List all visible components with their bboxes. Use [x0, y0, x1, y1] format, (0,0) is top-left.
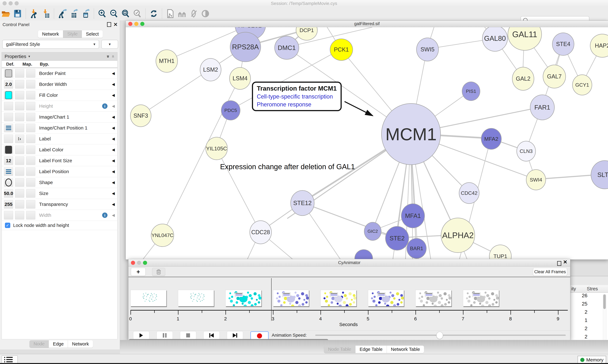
expand-arrow-icon[interactable]: ◀: [112, 169, 115, 174]
delete-frame-button[interactable]: [152, 268, 165, 276]
network-node-mth1[interactable]: MTH1: [156, 50, 178, 73]
open-session-icon[interactable]: [1, 9, 11, 18]
bypass-cell[interactable]: [26, 113, 35, 121]
network-node-gal80[interactable]: GAL80: [482, 27, 508, 52]
group-icon[interactable]: [177, 9, 187, 18]
network-node-pis1[interactable]: PIS1: [462, 82, 480, 101]
property-row-border-width[interactable]: 2.0Border Width◀: [2, 79, 117, 90]
column-stress[interactable]: Stres: [587, 286, 598, 291]
mapping-cell[interactable]: [15, 113, 24, 121]
default-value-cell[interactable]: 12: [4, 156, 13, 165]
default-value-cell[interactable]: 50.0: [4, 189, 13, 198]
export-table-icon[interactable]: [69, 9, 79, 18]
expand-arrow-icon[interactable]: ◀: [112, 115, 115, 119]
default-value-cell[interactable]: [4, 178, 13, 187]
expand-arrow-icon[interactable]: ◀: [112, 126, 115, 130]
network-node-dcp1[interactable]: DCP1: [296, 27, 318, 40]
mapping-cell[interactable]: [15, 80, 24, 89]
bypass-cell[interactable]: [26, 135, 35, 143]
tab-node-table[interactable]: Node Table: [324, 346, 356, 353]
bypass-cell[interactable]: [26, 189, 35, 198]
mapping-cell[interactable]: [15, 102, 24, 110]
cyanimator-titlebar[interactable]: CyAnimator ✕: [128, 259, 570, 267]
network-node-swi5[interactable]: SWI5: [416, 38, 439, 61]
annotation-box[interactable]: Transcription factor MCM1 Cell-type-spec…: [252, 82, 342, 111]
tab-network-bottom[interactable]: Network: [68, 340, 93, 348]
network-node-ste4[interactable]: STE4: [552, 33, 574, 56]
network-node-mcm1[interactable]: MCM1: [381, 103, 441, 165]
info-icon[interactable]: i: [102, 104, 108, 109]
property-row-fill-color[interactable]: Fill Color◀: [2, 90, 117, 101]
network-node-hap2[interactable]: HAP2: [590, 34, 608, 58]
property-row-label[interactable]: ⁞›Label◀: [2, 133, 117, 144]
frame-thumbnail-1[interactable]: [178, 290, 214, 306]
pause-button[interactable]: [157, 331, 173, 339]
property-row-label-position[interactable]: Label Position◀: [2, 166, 117, 177]
default-value-cell[interactable]: 2.0: [4, 80, 13, 89]
property-row-size[interactable]: 50.0Size◀: [2, 188, 117, 199]
tab-edge-table[interactable]: Edge Table: [356, 346, 387, 353]
frame-thumbnail-4[interactable]: [320, 290, 356, 306]
properties-header[interactable]: Properties ▼ »«: [2, 52, 117, 61]
float-panel-icon[interactable]: [557, 261, 561, 266]
expand-arrow-icon[interactable]: ◀: [112, 180, 115, 185]
save-session-icon[interactable]: [13, 9, 23, 18]
network-node-ste2[interactable]: STE2: [385, 226, 409, 250]
export-network-icon[interactable]: [57, 9, 67, 18]
default-value-cell[interactable]: [4, 211, 13, 220]
bypass-cell[interactable]: [26, 167, 35, 176]
frame-thumbnail-3[interactable]: [273, 290, 309, 306]
frame-thumbnail-7[interactable]: [463, 290, 499, 306]
network-node-yil105c[interactable]: YIL105C: [206, 137, 228, 160]
timeline-playhead[interactable]: [271, 278, 272, 321]
network-node-far1[interactable]: FAR1: [530, 95, 555, 120]
stop-button[interactable]: [180, 331, 196, 339]
close-panel-icon[interactable]: ✕: [113, 23, 118, 26]
lens-icon[interactable]: [200, 9, 210, 18]
mapping-cell[interactable]: [15, 156, 24, 165]
property-row-label-color[interactable]: Label Color◀: [2, 144, 117, 155]
network-node-pck1[interactable]: PCK1: [330, 39, 353, 61]
property-row-image-chart-position-1[interactable]: Image/Chart Position 1◀: [2, 123, 117, 133]
network-node-gic2[interactable]: GIC2: [364, 222, 381, 241]
network-node-ynl047c[interactable]: YNL047C: [151, 224, 174, 247]
float-panel-icon[interactable]: [107, 22, 111, 27]
mapping-cell[interactable]: [15, 124, 24, 132]
zoom-in-icon[interactable]: [97, 9, 107, 18]
zoom-selected-icon[interactable]: [132, 9, 142, 18]
network-node-gal11[interactable]: GAL11: [508, 27, 542, 51]
tab-select[interactable]: Select: [82, 30, 103, 38]
frame-thumbnail-0[interactable]: [130, 290, 166, 306]
cyanimator-timeline[interactable]: 0123456789 Seconds: [128, 277, 570, 330]
network-node-mfa2[interactable]: MFA2: [481, 128, 502, 150]
memory-button[interactable]: Memory: [578, 356, 606, 364]
column-ity[interactable]: ity: [571, 286, 576, 291]
info-icon[interactable]: i: [102, 212, 108, 218]
property-row-border-paint[interactable]: Border Paint◀: [2, 68, 117, 79]
default-value-cell[interactable]: [4, 102, 13, 110]
network-node-alpha2[interactable]: ALPHA2: [441, 218, 475, 253]
network-node-gal2[interactable]: GAL2: [512, 67, 534, 91]
network-node-bar1[interactable]: BAR1: [407, 238, 427, 259]
expand-arrow-icon[interactable]: ◀: [112, 82, 115, 87]
expand-arrow-icon[interactable]: ◀: [112, 104, 115, 108]
style-options-button[interactable]: ▼: [101, 40, 118, 49]
network-node-lsm2[interactable]: LSM2: [200, 58, 221, 81]
default-value-cell[interactable]: 255: [4, 200, 13, 208]
mapping-cell[interactable]: [15, 167, 24, 176]
property-row-label-font-size[interactable]: 12Label Font Size◀: [2, 155, 117, 166]
property-row-image-chart-1[interactable]: Image/Chart 1◀: [2, 112, 117, 123]
zoom-fit-icon[interactable]: [121, 9, 130, 18]
tab-node[interactable]: Node: [29, 340, 49, 348]
tab-network[interactable]: Network: [38, 30, 63, 38]
network-file-icon[interactable]: [165, 9, 175, 18]
network-node-cdc42[interactable]: CDC42: [459, 182, 479, 204]
network-node-rps28a[interactable]: RPS28A: [230, 32, 261, 62]
network-node-snf3[interactable]: SNF3: [130, 104, 151, 127]
default-value-cell[interactable]: [4, 135, 13, 143]
add-frame-button[interactable]: +: [131, 268, 146, 276]
zoom-out-icon[interactable]: [109, 9, 119, 18]
expand-arrow-icon[interactable]: ◀: [112, 158, 115, 163]
expand-arrow-icon[interactable]: ◀: [112, 137, 115, 141]
network-window-titlebar[interactable]: galFiltered.sif: [126, 21, 608, 27]
